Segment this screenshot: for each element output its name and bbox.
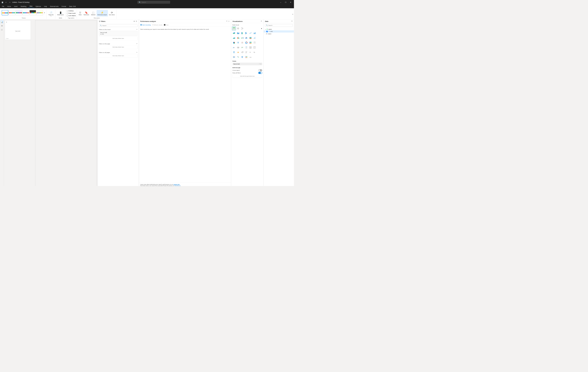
lock-objects-checkbox[interactable]: Lock objects <box>67 15 76 17</box>
viz-btn-table[interactable] <box>232 26 236 30</box>
mobile-layout-button[interactable]: 📱 Mobile layout <box>56 10 64 17</box>
viz-btn-treemap[interactable] <box>249 41 252 45</box>
viz-btn-combo[interactable] <box>244 36 248 40</box>
report-view-icon[interactable]: 📊 <box>0 21 3 23</box>
viz-btn-azure-map[interactable] <box>240 55 244 59</box>
viz-btn-filter[interactable] <box>236 41 240 45</box>
viz-btn-python[interactable]: Py <box>253 50 257 54</box>
page-thumbnail[interactable]: 1 Sum of col1 ▽ ••• <box>5 21 31 40</box>
field-chip-col1[interactable]: Sum of col1 ∨ ✕ <box>232 63 262 65</box>
viz-btn-decomp[interactable] <box>240 26 244 30</box>
viz-btn-donut[interactable] <box>244 41 248 45</box>
menu-help[interactable]: Help <box>42 5 48 8</box>
add-fields-page-box[interactable]: Add data fields here <box>99 45 137 49</box>
viz-btn-table2[interactable] <box>249 46 252 50</box>
filters-search-box[interactable]: 🔍 <box>99 24 137 27</box>
theme-swatch-5[interactable] <box>30 10 36 15</box>
undo-icon[interactable]: ↩ <box>5 1 8 4</box>
filters-search-input[interactable] <box>102 25 136 26</box>
viz-btn-100-stacked-bar[interactable] <box>249 36 252 40</box>
data-search-box[interactable]: 🔍 <box>265 24 293 27</box>
save-icon[interactable]: 💾 <box>1 1 4 4</box>
menu-modeling[interactable]: Modeling <box>19 5 28 8</box>
minimize-button[interactable]: ─ <box>278 0 283 4</box>
ribbon-collapse-button[interactable]: ∧ <box>292 9 293 19</box>
viz-btn-area[interactable] <box>253 31 257 35</box>
menu-optimize[interactable]: Optimize <box>34 5 42 8</box>
viz-collapse-icon[interactable]: ▲ <box>261 26 263 30</box>
theme-swatch-6[interactable] <box>36 10 43 15</box>
theme-swatch-2[interactable] <box>9 10 15 15</box>
theme-swatch-4[interactable] <box>22 10 29 15</box>
data-panel-expand-icon[interactable]: ⇱ <box>291 21 293 22</box>
maximize-button[interactable]: ☐ <box>283 0 288 4</box>
global-search-input[interactable] <box>142 1 169 3</box>
viz-btn-shape-map[interactable] <box>236 55 240 59</box>
bookmarks-button[interactable]: 🔖 Bookmarks <box>83 10 90 17</box>
report-canvas[interactable] <box>35 21 97 186</box>
field-chip-chevron-down-icon[interactable]: ∨ <box>259 63 260 65</box>
col1-item[interactable]: Σ col1 <box>264 30 294 32</box>
viz-btn-gauge2[interactable] <box>244 55 248 59</box>
add-fields-all-pages-box[interactable]: Add data fields here <box>99 54 137 58</box>
theme-swatch-1[interactable] <box>2 10 8 15</box>
viz-btn-ribbon[interactable] <box>236 36 240 40</box>
viz-btn-gauge[interactable] <box>232 46 236 50</box>
filter-card-col1[interactable]: Sum of col1 is (All) <box>99 31 137 36</box>
menu-view[interactable]: View <box>28 5 34 8</box>
themes-collapse-button[interactable]: ▼ <box>43 10 46 16</box>
viz-btn-decomp-tree[interactable] <box>240 50 244 54</box>
perf-panel-close-icon[interactable]: ✕ <box>228 21 230 22</box>
viz-btn-more[interactable]: ••• <box>249 55 252 59</box>
menu-file[interactable]: File <box>0 5 6 8</box>
viz-btn-funnel[interactable] <box>232 50 236 54</box>
viz-btn-filled-map[interactable] <box>232 55 236 59</box>
keep-all-filters-toggle[interactable]: On <box>258 72 262 74</box>
menu-insert[interactable]: Insert <box>13 5 19 8</box>
menu-format[interactable]: Format <box>60 5 68 8</box>
viz-btn-line[interactable] <box>249 31 252 35</box>
viz-btn-matrix2[interactable] <box>253 46 257 50</box>
menu-home[interactable]: Home <box>6 5 12 8</box>
data-view-icon[interactable]: 🗂 <box>0 24 3 27</box>
viz-btn-waterfall[interactable] <box>240 36 244 40</box>
cross-report-toggle[interactable]: Off <box>258 69 262 71</box>
sync-slicers-button[interactable]: ⟳ Sync slicers <box>108 10 116 17</box>
filters-hide-icon[interactable]: 👁 <box>133 21 135 22</box>
global-search-box[interactable]: 🔍 <box>138 1 170 4</box>
viz-panel-expand-icon[interactable]: ⇱ <box>261 21 262 22</box>
gridlines-checkbox[interactable]: Gridlines <box>67 10 76 12</box>
stop-button[interactable]: ⬛ Stop <box>164 24 169 26</box>
filters-visual-more-icon[interactable]: ••• <box>136 29 137 30</box>
menu-external-tools[interactable]: External tools <box>48 5 60 8</box>
snap-to-grid-checkbox[interactable]: Snap to grid <box>67 12 76 14</box>
viz-btn-stacked-bar[interactable] <box>232 31 236 35</box>
data-search-input[interactable] <box>268 25 292 26</box>
redo-icon[interactable]: ↪ <box>8 1 11 4</box>
filters-all-pages-more-icon[interactable]: ••• <box>136 52 137 53</box>
model-view-icon[interactable]: ⬡ <box>0 28 3 31</box>
viz-btn-new-visual[interactable]: R <box>249 50 252 54</box>
refresh-visuals-button[interactable]: ⟳ Refresh visuals <box>152 24 163 26</box>
table1-item[interactable]: ∨ ⊞ table1 <box>264 28 294 30</box>
viz-btn-matrix[interactable] <box>253 41 257 45</box>
selection-button[interactable]: ⬚ Selection <box>90 10 96 17</box>
viz-btn-smart-narrative[interactable] <box>244 50 248 54</box>
col1-checkbox[interactable] <box>266 31 268 32</box>
field-chip-remove-icon[interactable]: ✕ <box>260 63 261 65</box>
viz-btn-stacked-bar-horiz[interactable] <box>240 31 244 35</box>
viz-btn-card[interactable]: 123 <box>236 46 240 50</box>
view1-item[interactable]: › ⊞ view1 <box>264 32 294 35</box>
page-view-button[interactable]: 📄 Page view ▼ <box>48 11 54 17</box>
viz-btn-ai-visual[interactable]: AI <box>236 26 240 30</box>
performance-analyzer-button[interactable]: ⚡ Performance analyzer <box>97 10 108 17</box>
viz-btn-ai-insights[interactable] <box>236 50 240 54</box>
viz-btn-stacked-area[interactable] <box>232 36 236 40</box>
start-recording-button[interactable]: Start recording <box>140 24 151 26</box>
viz-btn-pie[interactable] <box>232 41 236 45</box>
viz-btn-scatter[interactable] <box>253 36 257 40</box>
theme-swatch-3[interactable] <box>16 10 22 15</box>
menu-data-drill[interactable]: Data / Drill <box>67 5 77 8</box>
filters-button[interactable]: ▽ Filters <box>78 10 83 17</box>
viz-btn-map[interactable] <box>240 41 244 45</box>
